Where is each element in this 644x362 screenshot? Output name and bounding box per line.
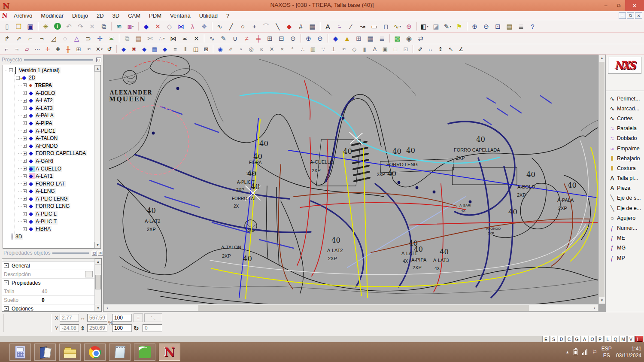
spiral-triangle-icon[interactable]: △ xyxy=(71,33,82,43)
tree-expander-icon[interactable]: + xyxy=(23,137,27,140)
pin-diamond-icon[interactable]: ◆ xyxy=(160,45,170,54)
menu-utilidad[interactable]: Utilidad xyxy=(195,12,222,20)
kbd-indicator-d[interactable]: D xyxy=(558,336,565,342)
properties-scrollbar[interactable]: ▲ ▼ xyxy=(94,259,101,311)
rotation-center-icon[interactable]: ⊕ xyxy=(404,21,414,31)
menu-dibujo[interactable]: Dibujo xyxy=(68,12,92,20)
flip-v-icon[interactable]: ≍ xyxy=(179,33,190,43)
taskbar-file-explorer-icon[interactable] xyxy=(59,344,81,361)
tree-item-a-plic1[interactable]: +◆A-PLIC1 xyxy=(5,127,100,135)
ellipse-icon[interactable]: ◌ xyxy=(60,33,70,43)
polygon-icon[interactable]: ◇ xyxy=(349,45,359,54)
title-bar[interactable]: N NAXOS - [038 - TREPA, Talla base (40)]… xyxy=(0,0,644,11)
properties-column-header[interactable] xyxy=(2,259,101,262)
piece-diamond-icon[interactable]: ◆ xyxy=(330,33,341,43)
hlines-icon[interactable]: ≡ xyxy=(170,45,180,54)
section-propiedades[interactable]: - Propiedades xyxy=(2,279,101,287)
height-measure-icon[interactable]: ⇕ xyxy=(436,45,445,54)
kbd-indicator-v[interactable]: V xyxy=(627,336,635,342)
swap-arrows-icon[interactable]: ⇄ xyxy=(415,33,426,43)
taskbar-notepad-icon[interactable] xyxy=(109,344,131,361)
kbd-indicator-m[interactable]: M xyxy=(620,336,627,342)
print-icon[interactable]: ≣ xyxy=(516,21,526,31)
point-line-icon[interactable]: ∘ xyxy=(236,45,246,54)
magnify-minus-icon[interactable]: ⊖ xyxy=(315,33,325,43)
tree-item-forro-lat[interactable]: +◆FORRO LAT xyxy=(5,180,100,188)
panel-grip[interactable] xyxy=(24,59,93,61)
new-file-icon[interactable]: ▯ xyxy=(2,21,12,31)
taskbar-calculator-icon[interactable] xyxy=(9,344,31,361)
tree-item-afondo[interactable]: +◆AFONDO xyxy=(5,142,100,150)
grading-indicator-icon[interactable] xyxy=(635,336,643,342)
cell-remove-icon[interactable]: ⊟ xyxy=(276,33,287,43)
tool-talla-pieza[interactable]: ATalla pi... xyxy=(606,173,644,183)
help-doc-icon[interactable]: ? xyxy=(527,21,538,31)
menu-pdm[interactable]: PDM xyxy=(145,12,166,20)
insert-piece-icon[interactable]: ◆ xyxy=(141,21,152,31)
tree-item-a-pala[interactable]: +◆A-PALA xyxy=(5,112,100,120)
fold-icon[interactable]: ◪ xyxy=(431,21,441,31)
angle-corner-icon[interactable]: ⌐ xyxy=(2,45,11,54)
ghost-piece-icon[interactable]: ◇ xyxy=(164,21,175,31)
red-cross-icon[interactable]: ╪ xyxy=(253,33,264,43)
taskbar-naxos-icon[interactable]: N xyxy=(159,344,180,361)
menu-3d[interactable]: 3D xyxy=(108,12,124,20)
info-icon[interactable]: i xyxy=(52,21,63,31)
open-folder-icon[interactable]: ❒ xyxy=(13,21,24,31)
tree-expander-icon[interactable]: + xyxy=(23,129,27,133)
color-palette-icon[interactable]: ◙▾ xyxy=(125,21,136,31)
panel-restore-button[interactable]: ◻ xyxy=(96,58,101,62)
delete-node-icon[interactable]: ✕▾ xyxy=(94,45,104,54)
tree-expander-icon[interactable]: + xyxy=(23,121,27,125)
horizontal-scroll-thumb[interactable] xyxy=(198,305,529,311)
corner-arrow-icon[interactable]: ↗ xyxy=(13,33,24,43)
table-grid-icon[interactable]: ⊞ xyxy=(353,33,364,43)
tree-expander-icon[interactable]: + xyxy=(23,159,27,163)
tool-cortes[interactable]: ∿Cortes xyxy=(606,113,644,123)
drawing-canvas[interactable]: ALEXANDERMQUEENFIBRA2XPA-PLIC T2XPFORRO … xyxy=(109,55,598,304)
resize-diag-icon[interactable]: ⇕ xyxy=(415,45,425,54)
zoom-out-icon[interactable]: ⊖ xyxy=(481,21,492,31)
dashes-icon[interactable]: ≍ xyxy=(106,33,117,43)
restore-button[interactable]: ⧉ xyxy=(612,0,625,11)
pushpin-icon[interactable]: ◉ xyxy=(216,45,225,54)
scroll-up-icon[interactable]: ▲ xyxy=(599,55,605,61)
scroll-right-icon[interactable]: › xyxy=(591,305,598,310)
tool-costura[interactable]: ‖Costura xyxy=(606,163,644,173)
warning-triangle-icon[interactable]: ▲ xyxy=(342,33,352,43)
tree-expander-icon[interactable]: + xyxy=(23,91,27,95)
tool-agujero[interactable]: ○Agujero xyxy=(606,213,644,223)
scale-y-field[interactable]: 100 xyxy=(112,324,132,332)
y-coordinate-field[interactable]: -24.08 xyxy=(60,324,79,332)
tree-item-a-talon[interactable]: +◆A-TALON xyxy=(5,134,100,142)
mirror-piece-icon[interactable]: ⋈ xyxy=(176,21,186,31)
kbd-indicator-a[interactable]: A xyxy=(581,336,588,342)
point-icon[interactable]: + xyxy=(249,21,260,31)
red-edit-icon[interactable]: ≠ xyxy=(241,33,252,43)
corner-open-icon[interactable]: ◿ xyxy=(48,33,59,43)
talla-value[interactable]: 40 xyxy=(42,289,47,295)
node-box-icon[interactable]: ⊞ xyxy=(74,45,83,54)
copy-icon[interactable]: ⧉ xyxy=(122,33,132,43)
tree-expander-icon[interactable]: - xyxy=(9,68,13,72)
corner-radius-icon[interactable]: ⌐ xyxy=(25,33,36,43)
tree-item-trepa[interactable]: +●TREPA xyxy=(5,82,100,89)
collapse-section-icon[interactable]: - xyxy=(4,263,9,268)
properties-maximize-button[interactable]: ◻ xyxy=(92,251,97,256)
tree-item-forro-capellada[interactable]: +◆FORRO CAPELLADA xyxy=(5,150,100,158)
remove-diamond-icon[interactable]: ✖ xyxy=(129,45,139,54)
tree-expander-icon[interactable]: + xyxy=(23,152,27,155)
dart-icon[interactable]: ⊃ xyxy=(83,33,94,43)
ink-pen-icon[interactable]: ✎ xyxy=(218,33,229,43)
cross-dashed-icon[interactable]: × xyxy=(277,45,287,54)
tool-marcado[interactable]: ∿Marcad... xyxy=(606,103,644,113)
grid-icon[interactable]: ▦ xyxy=(307,21,318,31)
refresh-icon[interactable]: ↺ xyxy=(105,45,114,54)
box-link-icon[interactable]: ⊡ xyxy=(401,45,410,54)
axis-line-icon[interactable]: ╲ xyxy=(272,21,283,31)
curve-icon[interactable]: ∿ xyxy=(214,21,225,31)
descripcion-browse-button[interactable]: ... xyxy=(85,271,93,277)
properties-scroll-up-icon[interactable]: ▲ xyxy=(95,259,101,265)
tree-expander-icon[interactable]: + xyxy=(23,114,27,118)
snap-target-icon[interactable]: ⊙ xyxy=(288,33,298,43)
